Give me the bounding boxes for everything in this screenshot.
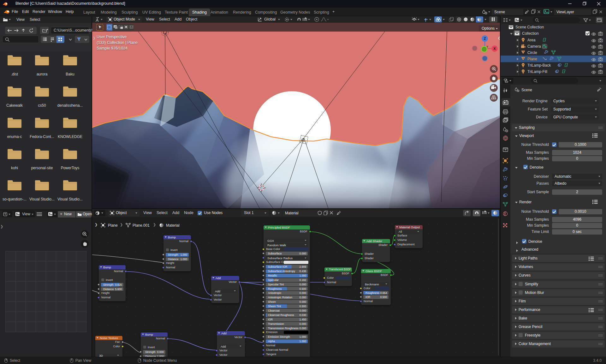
svg-text:Z: Z [484,37,486,40]
svg-text:Y: Y [486,45,488,48]
svg-text:X: X [493,47,496,51]
